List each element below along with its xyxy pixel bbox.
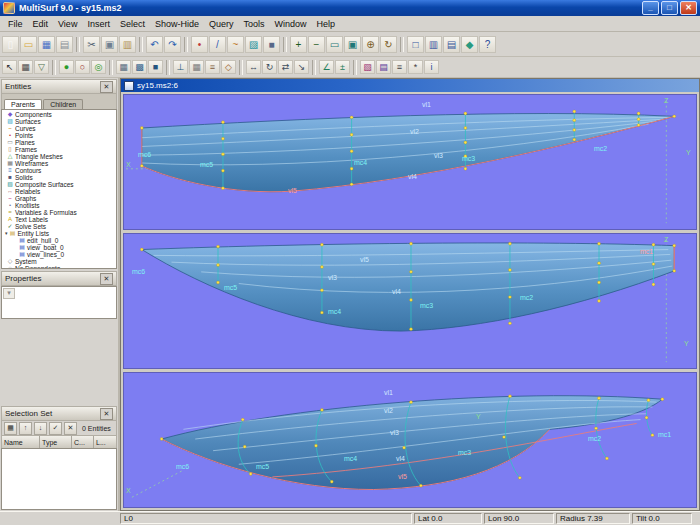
- colors-icon[interactable]: ▧: [360, 60, 375, 74]
- paste-icon[interactable]: ▥: [119, 36, 136, 53]
- entity-label[interactable]: mc4: [354, 159, 367, 166]
- entity-label[interactable]: mc6: [132, 268, 145, 275]
- zoom-in-icon[interactable]: +: [290, 36, 307, 53]
- zoom-window-icon[interactable]: ▭: [326, 36, 343, 53]
- tree-item[interactable]: ~ Curves: [3, 125, 116, 132]
- axes-icon[interactable]: ⊥: [173, 60, 188, 74]
- entity-label[interactable]: vl1: [384, 389, 393, 396]
- select-all-icon[interactable]: ▦: [18, 60, 33, 74]
- tree-item[interactable]: • Knotlists: [3, 202, 116, 209]
- cut-icon[interactable]: ✂: [83, 36, 100, 53]
- entity-label[interactable]: vl4: [392, 288, 401, 295]
- entity-label[interactable]: vl3: [390, 429, 399, 436]
- viewport-profile-2[interactable]: vl5vl3vl4mc6mc5mc4mc3mc2mc1ZY: [123, 233, 697, 369]
- menu-item[interactable]: Window: [269, 18, 311, 30]
- info-icon[interactable]: i: [424, 60, 439, 74]
- pan-icon[interactable]: ⊕: [362, 36, 379, 53]
- entity-label[interactable]: vl4: [408, 173, 417, 180]
- entity-label[interactable]: mc1: [640, 248, 653, 255]
- entity-label[interactable]: mc2: [520, 294, 533, 301]
- tree-item[interactable]: ↔ Relabels: [3, 188, 116, 195]
- copy-icon[interactable]: ▣: [101, 36, 118, 53]
- tree-item[interactable]: ▾ ▤ Entity Lists: [3, 230, 116, 237]
- view-front-icon[interactable]: □: [407, 36, 424, 53]
- menu-item[interactable]: Tools: [238, 18, 269, 30]
- view-side-icon[interactable]: ▥: [425, 36, 442, 53]
- tree-item[interactable]: ▤ view_lines_0: [3, 251, 116, 258]
- insert-curve-icon[interactable]: ~: [227, 36, 244, 53]
- entity-label[interactable]: vl5: [398, 473, 407, 480]
- entity-label[interactable]: mc4: [344, 455, 357, 462]
- tree-item[interactable]: △ Triangle Meshes: [3, 153, 116, 160]
- tree-item[interactable]: ~ Graphs: [3, 195, 116, 202]
- save-icon[interactable]: ▦: [38, 36, 55, 53]
- hull-surface[interactable]: [162, 396, 663, 490]
- close-selection-icon[interactable]: ✕: [100, 408, 113, 420]
- close-properties-icon[interactable]: ✕: [100, 273, 113, 285]
- rotate-entity-icon[interactable]: ↻: [262, 60, 277, 74]
- entity-label[interactable]: vl5: [360, 256, 369, 263]
- entity-label[interactable]: mc5: [256, 463, 269, 470]
- snap-icon[interactable]: ◇: [221, 60, 236, 74]
- tree-item[interactable]: ▨ Surfaces: [3, 118, 116, 125]
- move-icon[interactable]: ↔: [246, 60, 261, 74]
- move-up-icon[interactable]: ↑: [19, 422, 32, 435]
- tree-item[interactable]: ◆ Components: [3, 111, 116, 118]
- column-header[interactable]: C...: [72, 436, 94, 448]
- close-button[interactable]: ✕: [680, 1, 697, 15]
- move-down-icon[interactable]: ↓: [34, 422, 47, 435]
- entity-label[interactable]: mc3: [458, 449, 471, 456]
- tree-item[interactable]: ◇ System: [3, 258, 116, 265]
- layers-icon[interactable]: ▤: [376, 60, 391, 74]
- minimize-button[interactable]: _: [642, 1, 659, 15]
- entity-label[interactable]: vl2: [410, 128, 419, 135]
- insert-point-icon[interactable]: •: [191, 36, 208, 53]
- hull-surface[interactable]: [142, 243, 674, 331]
- tab-parents[interactable]: Parents: [4, 99, 42, 109]
- tree-item[interactable]: ▭ Planes: [3, 139, 116, 146]
- tab-children[interactable]: Children: [43, 99, 83, 109]
- viewport-perspective[interactable]: vl1vl2vl3vl4vl5mc6mc5mc4mc3mc2mc1YX: [123, 372, 697, 508]
- menu-item[interactable]: Insert: [82, 18, 115, 30]
- settings-icon[interactable]: *: [408, 60, 423, 74]
- properties-icon[interactable]: ≡: [392, 60, 407, 74]
- menu-item[interactable]: Edit: [28, 18, 54, 30]
- menu-item[interactable]: Query: [204, 18, 239, 30]
- open-file-icon[interactable]: ▭: [20, 36, 37, 53]
- undo-icon[interactable]: ↶: [146, 36, 163, 53]
- model-window-titlebar[interactable]: sy15.ms2:6: [121, 79, 699, 92]
- entity-label[interactable]: mc6: [138, 151, 151, 158]
- mirror-icon[interactable]: ⇄: [278, 60, 293, 74]
- expand-marker-icon[interactable]: ▾: [5, 230, 8, 237]
- tree-item[interactable]: ≡ Contours: [3, 167, 116, 174]
- new-file-icon[interactable]: ▯: [2, 36, 19, 53]
- hull-surface[interactable]: [142, 114, 674, 192]
- measure-icon[interactable]: ∠: [319, 60, 334, 74]
- tree-item[interactable]: ▤ edit_hull_0: [3, 237, 116, 244]
- insert-line-icon[interactable]: /: [209, 36, 226, 53]
- scale-icon[interactable]: ↘: [294, 60, 309, 74]
- tree-item[interactable]: = Variables & Formulas: [3, 209, 116, 216]
- redo-icon[interactable]: ↷: [164, 36, 181, 53]
- zoom-fit-icon[interactable]: ▣: [344, 36, 361, 53]
- remove-icon[interactable]: ✕: [64, 422, 77, 435]
- viewport-profile-1[interactable]: vl1vl2vl3vl4vl5mc6mc5mc4mc3mc2XYZ: [123, 94, 697, 230]
- menu-item[interactable]: Help: [312, 18, 341, 30]
- grid-icon[interactable]: ▦: [189, 60, 204, 74]
- show-all-icon[interactable]: ◎: [91, 60, 106, 74]
- check-icon[interactable]: ✓: [49, 422, 62, 435]
- entity-label[interactable]: vl3: [328, 274, 337, 281]
- shaded-icon[interactable]: ▩: [132, 60, 147, 74]
- menu-item[interactable]: View: [53, 18, 82, 30]
- insert-surface-icon[interactable]: ▨: [245, 36, 262, 53]
- dimensions-icon[interactable]: ±: [335, 60, 350, 74]
- entity-label[interactable]: vl3: [434, 152, 443, 159]
- help-icon[interactable]: ?: [479, 36, 496, 53]
- tree-item[interactable]: ○ No Dependents: [3, 265, 116, 269]
- list-mode-icon[interactable]: ▦: [4, 422, 17, 435]
- hide-icon[interactable]: ○: [75, 60, 90, 74]
- column-header[interactable]: L...: [94, 436, 116, 448]
- select-arrow-icon[interactable]: ↖: [2, 60, 17, 74]
- view-top-icon[interactable]: ▤: [443, 36, 460, 53]
- menu-item[interactable]: File: [3, 18, 28, 30]
